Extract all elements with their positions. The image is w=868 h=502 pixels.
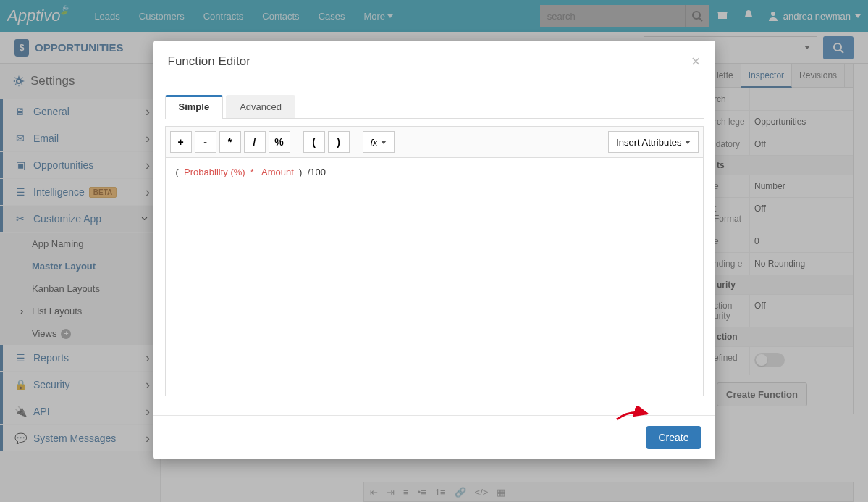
caret-down-icon: [685, 141, 691, 144]
tab-advanced[interactable]: Advanced: [226, 95, 295, 118]
function-editor-tabs: Simple Advanced: [165, 95, 704, 119]
modal-footer: Create: [153, 415, 715, 459]
op-left-paren[interactable]: (: [303, 131, 325, 153]
function-editor-modal: Function Editor × Simple Advanced + - * …: [153, 41, 715, 459]
op-plus[interactable]: +: [170, 131, 192, 153]
create-button[interactable]: Create: [646, 426, 700, 449]
token-attribute-probability[interactable]: Probability (%): [184, 167, 245, 177]
op-fx-dropdown[interactable]: fx: [363, 131, 395, 153]
op-multiply[interactable]: *: [219, 131, 241, 153]
token-paren: ): [299, 167, 302, 177]
token-attribute-amount[interactable]: Amount: [261, 167, 294, 177]
op-percent[interactable]: %: [269, 131, 290, 153]
token-literal: /100: [308, 167, 326, 177]
insert-attributes-label: Insert Attributes: [616, 137, 681, 148]
fx-label: fx: [371, 137, 378, 148]
insert-attributes-dropdown[interactable]: Insert Attributes: [608, 131, 698, 153]
caret-down-icon: [381, 141, 387, 144]
op-divide[interactable]: /: [244, 131, 266, 153]
tab-simple[interactable]: Simple: [165, 95, 224, 119]
token-paren: (: [176, 167, 179, 177]
op-right-paren[interactable]: ): [328, 131, 350, 153]
op-minus[interactable]: -: [195, 131, 216, 153]
operator-toolbar: + - * / % ( ) fx Insert Attributes: [165, 126, 704, 157]
modal-title: Function Editor: [168, 54, 250, 69]
modal-body: Simple Advanced + - * / % ( ) fx Insert …: [153, 83, 715, 408]
expression-editor[interactable]: ( Probability (%) * Amount ) /100: [165, 157, 704, 396]
modal-header: Function Editor ×: [153, 41, 715, 83]
close-button[interactable]: ×: [691, 52, 701, 71]
token-operator: *: [250, 167, 254, 177]
